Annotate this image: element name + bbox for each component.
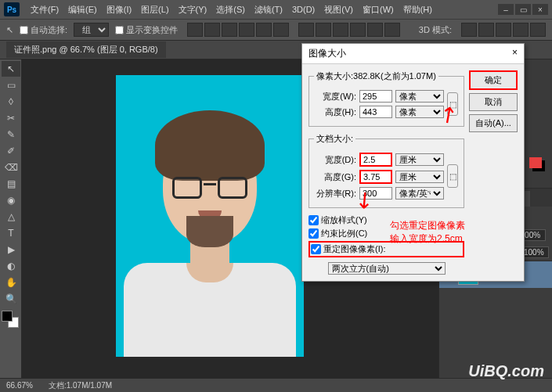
toolbox: ↖ ▭ ◊ ✂ ✎ ✐ ⌫ ▤ ◉ △ T ▶ ◐ ✋ 🔍: [0, 59, 22, 380]
maximize-button[interactable]: ▭: [515, 4, 531, 15]
menu-edit[interactable]: 编辑(E): [63, 4, 102, 16]
zoom-tool[interactable]: 🔍: [2, 291, 20, 307]
height-px-input[interactable]: [359, 106, 392, 118]
fill-input[interactable]: [521, 246, 549, 258]
auto-button[interactable]: 自动(A)...: [469, 114, 518, 132]
close-button[interactable]: ×: [532, 4, 548, 15]
document-size-fieldset: 文档大小: 宽度(D): 厘米 高度(G): 厘米: [308, 133, 464, 208]
color-picker[interactable]: [2, 311, 20, 328]
menu-filter[interactable]: 滤镜(T): [250, 4, 287, 16]
window-controls: – ▭ ×: [498, 4, 548, 15]
distribute-icon[interactable]: [316, 23, 331, 37]
align-icon[interactable]: [187, 23, 203, 37]
doc-size-legend: 文档大小:: [314, 133, 355, 145]
path-tool[interactable]: ▶: [2, 242, 20, 257]
menu-help[interactable]: 帮助(H): [399, 4, 437, 16]
height-g-label: 高度(G):: [314, 171, 356, 183]
distribute-icon[interactable]: [298, 23, 314, 37]
resample-checkbox[interactable]: [311, 244, 321, 254]
mode-3d-label: 3D 模式:: [419, 24, 452, 36]
width-px-unit[interactable]: 像素: [395, 90, 444, 102]
menu-image[interactable]: 图像(I): [102, 4, 136, 16]
align-icon[interactable]: [204, 23, 220, 37]
document-tab[interactable]: 证件照.png @ 66.7% (图层 0, RGB/8): [6, 41, 166, 58]
auto-select-dropdown[interactable]: 组: [74, 23, 109, 37]
resample-method-dropdown[interactable]: 两次立方(自动): [328, 262, 446, 275]
dialog-close-icon[interactable]: ×: [512, 47, 518, 60]
width-px-label: 宽度(W):: [314, 91, 356, 102]
brush-tool[interactable]: ✐: [2, 143, 20, 159]
resolution-unit[interactable]: 像素/英寸: [395, 187, 444, 200]
annotation-text: 勾选重定图像像素 输入宽度为2.5cm: [390, 219, 465, 246]
marquee-tool[interactable]: ▭: [2, 77, 20, 93]
doc-info: 文档:1.07M/1.07M: [49, 380, 112, 391]
menu-type[interactable]: 文字(Y): [174, 4, 212, 16]
mode3d-icon[interactable]: [478, 23, 494, 37]
pixel-dims-legend: 像素大小:382.8K(之前为1.07M): [314, 70, 438, 82]
mode3d-icon[interactable]: [461, 23, 477, 37]
move-tool[interactable]: ↖: [2, 61, 20, 77]
width-d-label: 宽度(D):: [314, 154, 356, 166]
align-icon[interactable]: [256, 23, 272, 37]
menu-window[interactable]: 窗口(W): [358, 4, 399, 16]
link-icon[interactable]: ⬚: [447, 164, 458, 188]
blur-tool[interactable]: ◉: [2, 192, 20, 208]
type-tool[interactable]: T: [2, 225, 20, 241]
menu-file[interactable]: 文件(F): [26, 4, 63, 16]
auto-select-checkbox[interactable]: 自动选择:: [20, 24, 67, 36]
menu-3d[interactable]: 3D(D): [287, 5, 319, 14]
distribute-icon[interactable]: [367, 23, 383, 37]
height-px-label: 高度(H):: [314, 106, 356, 118]
lasso-tool[interactable]: ◊: [2, 94, 20, 110]
minimize-button[interactable]: –: [498, 4, 514, 15]
options-bar: ↖ 自动选择: 组 显示变换控件 3D 模式:: [0, 19, 552, 41]
mode3d-icon[interactable]: [513, 23, 529, 37]
shape-tool[interactable]: ◐: [2, 258, 20, 274]
width-d-input[interactable]: [359, 153, 392, 167]
scale-styles-label: 缩放样式(Y): [321, 214, 367, 226]
distribute-icon[interactable]: [333, 23, 348, 37]
move-tool-icon: ↖: [6, 25, 13, 35]
align-icon[interactable]: [273, 23, 289, 37]
distribute-icon[interactable]: [384, 23, 400, 37]
constrain-checkbox[interactable]: [308, 228, 319, 239]
width-d-unit[interactable]: 厘米: [395, 153, 444, 166]
hand-tool[interactable]: ✋: [2, 275, 20, 290]
resample-label: 重定图像像素(I):: [323, 243, 385, 255]
crop-tool[interactable]: ✂: [2, 110, 20, 126]
gradient-tool[interactable]: ▤: [2, 176, 20, 192]
constrain-label: 约束比例(C): [321, 228, 367, 239]
distribute-icon[interactable]: [350, 23, 366, 37]
show-transform-checkbox[interactable]: 显示变换控件: [115, 24, 178, 36]
align-icon[interactable]: [239, 23, 254, 37]
height-g-unit[interactable]: 厘米: [395, 171, 444, 183]
scale-styles-checkbox[interactable]: [308, 215, 319, 225]
align-icons: [187, 23, 289, 37]
mode3d-icon[interactable]: [530, 23, 546, 37]
cancel-button[interactable]: 取消: [469, 93, 518, 111]
height-g-input[interactable]: [359, 170, 392, 184]
id-photo: [116, 75, 304, 357]
ok-button[interactable]: 确定: [469, 70, 518, 90]
align-icon[interactable]: [222, 23, 237, 37]
width-px-input[interactable]: [359, 90, 392, 102]
dialog-title-text: 图像大小: [308, 47, 346, 60]
menu-layer[interactable]: 图层(L): [136, 4, 173, 16]
zoom-level[interactable]: 66.67%: [6, 381, 33, 390]
eraser-tool[interactable]: ⌫: [2, 160, 20, 175]
dialog-titlebar[interactable]: 图像大小 ×: [302, 44, 524, 64]
resolution-label: 分辨率(R):: [314, 188, 356, 200]
mode3d-icon[interactable]: [496, 23, 511, 37]
menubar: Ps 文件(F) 编辑(E) 图像(I) 图层(L) 文字(Y) 选择(S) 滤…: [0, 0, 552, 19]
pen-tool[interactable]: △: [2, 209, 20, 225]
mode-3d-icons: [461, 23, 546, 37]
watermark: UiBQ.com: [468, 362, 544, 380]
eyedropper-tool[interactable]: ✎: [2, 127, 20, 142]
menu-view[interactable]: 视图(V): [319, 4, 358, 16]
distribute-icons: [298, 23, 400, 37]
color-swatch[interactable]: [529, 157, 548, 171]
image-size-dialog: 图像大小 × 像素大小:382.8K(之前为1.07M) 宽度(W): 像素 高…: [301, 43, 525, 282]
ps-logo: Ps: [4, 2, 20, 16]
menu-select[interactable]: 选择(S): [211, 4, 250, 16]
